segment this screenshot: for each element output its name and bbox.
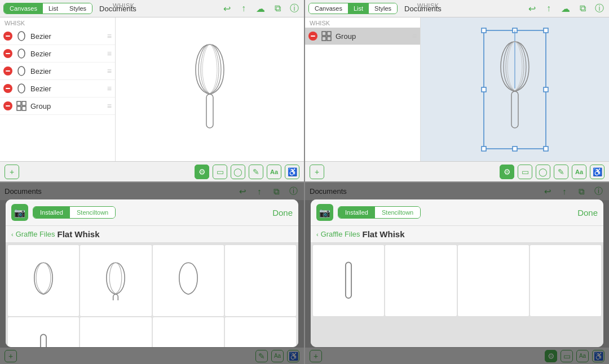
stencil-cell-1[interactable]: [80, 245, 151, 316]
oval-tool-tl[interactable]: ◯: [231, 165, 245, 179]
stencil-cell-3[interactable]: [225, 245, 296, 316]
stencil-cell-br-0[interactable]: [313, 245, 384, 316]
pen-tool-tl[interactable]: ✎: [249, 165, 263, 179]
whisk-drawing-tl: [182, 33, 238, 146]
tab-styles-tl[interactable]: Styles: [64, 3, 92, 14]
stencil-tab-installed-br[interactable]: Installed: [338, 207, 375, 218]
svg-rect-3: [22, 106, 26, 110]
toolbar-icons-tl: ↩ ↑ ☁ ⧉ ⓘ: [220, 2, 301, 15]
list-item-group-tr[interactable]: Group ≡: [305, 28, 420, 45]
svg-rect-4: [206, 94, 213, 128]
undo-btn-tr[interactable]: ↩: [526, 2, 538, 15]
bezier-icon-3: [16, 83, 27, 94]
main-content-tl: WHISK Bezier ≡: [0, 17, 304, 161]
svg-rect-12: [544, 28, 548, 33]
share-btn-tl[interactable]: ↑: [237, 2, 250, 15]
item-label-4: Group: [30, 102, 104, 110]
share-btn-tr[interactable]: ↑: [542, 2, 555, 15]
copy-btn-tr[interactable]: ⧉: [576, 2, 589, 15]
tab-styles-tr[interactable]: Styles: [369, 3, 397, 14]
camera-btn-br[interactable]: 📷: [316, 204, 333, 221]
item-label-1: Bezier: [30, 50, 104, 58]
stencil-top-bar-br: 📷 Installed Stenciltown Done: [311, 199, 603, 226]
oval-tool-tr[interactable]: ◯: [536, 165, 550, 179]
svg-rect-16: [513, 147, 517, 151]
stencil-tab-installed-bl[interactable]: Installed: [33, 207, 70, 218]
list-item-2[interactable]: Bezier ≡: [0, 63, 115, 80]
access-tool-tl[interactable]: ♿: [285, 165, 299, 179]
list-item-3[interactable]: Bezier ≡: [0, 80, 115, 97]
tab-list-tl[interactable]: List: [43, 3, 64, 14]
quadrant-top-right: Canvases List Styles Documents ↩ ↑ ☁ ⧉ ⓘ…: [305, 0, 609, 181]
stencil-cell-7[interactable]: [225, 317, 296, 347]
toolbar-icons-tr: ↩ ↑ ☁ ⧉ ⓘ: [526, 2, 606, 15]
breadcrumb-back-bl[interactable]: Graffle Files: [16, 230, 55, 238]
remove-btn-group-tr[interactable]: [308, 32, 317, 41]
gear-tool-tl[interactable]: ⚙: [195, 165, 209, 179]
svg-rect-33: [346, 263, 351, 299]
canvas-tr[interactable]: [421, 17, 609, 161]
stencil-cell-br-2[interactable]: [458, 245, 529, 316]
copy-btn-tl[interactable]: ⧉: [271, 2, 284, 15]
info-btn-tr[interactable]: ⓘ: [593, 2, 606, 15]
camera-btn-bl[interactable]: 📷: [11, 204, 28, 221]
bottom-left-tl: +: [5, 165, 19, 179]
list-item-4[interactable]: Group ≡: [0, 97, 115, 115]
stencil-panel-bl: 📷 Installed Stenciltown Done ‹ Graffle F…: [6, 199, 298, 347]
cloud-btn-tr[interactable]: ☁: [559, 2, 572, 15]
breadcrumb-title-br: Flat Whisk: [363, 229, 405, 239]
tab-canvases-tr[interactable]: Canvases: [309, 3, 348, 14]
bottom-left-tr: +: [310, 165, 324, 179]
remove-btn-2[interactable]: [3, 66, 12, 76]
stencil-cell-br-3[interactable]: [530, 245, 601, 316]
sidebar-label-tr: WHISK: [305, 17, 420, 28]
gear-tool-tr[interactable]: ⚙: [500, 165, 514, 179]
bezier-icon-2: [16, 65, 27, 77]
drag-handle-group-tr: ≡: [412, 32, 417, 41]
stencil-cell-2[interactable]: [153, 245, 224, 316]
list-item-0[interactable]: Bezier ≡: [0, 28, 115, 45]
text-tool-tl[interactable]: Aa: [267, 165, 281, 179]
chevron-left-bl: ‹: [11, 231, 14, 238]
rect-tool-tl[interactable]: ▭: [213, 165, 227, 179]
stencil-grid-br: [311, 243, 603, 347]
pen-tool-tr[interactable]: ✎: [554, 165, 568, 179]
drag-handle-4: ≡: [107, 101, 112, 110]
stencil-cell-br-1[interactable]: [385, 245, 456, 316]
stencil-tab-stenciltown-br[interactable]: Stenciltown: [375, 207, 420, 218]
text-tool-tr[interactable]: Aa: [572, 165, 586, 179]
breadcrumb-back-br[interactable]: Graffle Files: [321, 230, 360, 238]
access-tool-tr[interactable]: ♿: [590, 165, 604, 179]
rect-tool-tr[interactable]: ▭: [518, 165, 532, 179]
doc-title-tl: Documents: [99, 5, 136, 13]
done-btn-br[interactable]: Done: [577, 208, 598, 217]
done-btn-bl[interactable]: Done: [272, 208, 293, 217]
remove-btn-0[interactable]: [3, 32, 12, 41]
canvas-tl[interactable]: [116, 17, 304, 161]
cloud-btn-tl[interactable]: ☁: [254, 2, 267, 15]
tab-list-tr[interactable]: List: [348, 3, 369, 14]
svg-rect-5: [322, 32, 326, 35]
list-item-1[interactable]: Bezier ≡: [0, 45, 115, 63]
tab-bar-tr: Canvases List Styles Documents ↩ ↑ ☁ ⧉ ⓘ: [305, 0, 609, 17]
stencil-cell-5[interactable]: [80, 317, 151, 347]
svg-rect-21: [113, 294, 118, 300]
remove-btn-1[interactable]: [3, 49, 12, 58]
svg-rect-22: [41, 335, 46, 347]
stencil-tab-stenciltown-bl[interactable]: Stenciltown: [70, 207, 115, 218]
doc-title-tr: Documents: [404, 5, 442, 13]
remove-btn-4[interactable]: [3, 101, 12, 110]
remove-btn-3[interactable]: [3, 84, 12, 93]
stencil-cell-4[interactable]: [8, 317, 79, 347]
stencil-cell-0[interactable]: [8, 245, 79, 316]
info-btn-tl[interactable]: ⓘ: [288, 2, 301, 15]
undo-btn-tl[interactable]: ↩: [220, 2, 233, 15]
svg-rect-17: [544, 147, 548, 151]
stencil-tab-group-bl: Installed Stenciltown: [33, 206, 116, 219]
add-shape-btn-tl[interactable]: +: [5, 165, 19, 179]
stencil-cell-6[interactable]: [153, 317, 224, 347]
stencil-tab-group-br: Installed Stenciltown: [338, 206, 421, 219]
drag-handle-3: ≡: [107, 84, 112, 93]
tab-canvases-tl[interactable]: Canvases: [4, 3, 43, 14]
add-shape-btn-tr[interactable]: +: [310, 165, 324, 179]
